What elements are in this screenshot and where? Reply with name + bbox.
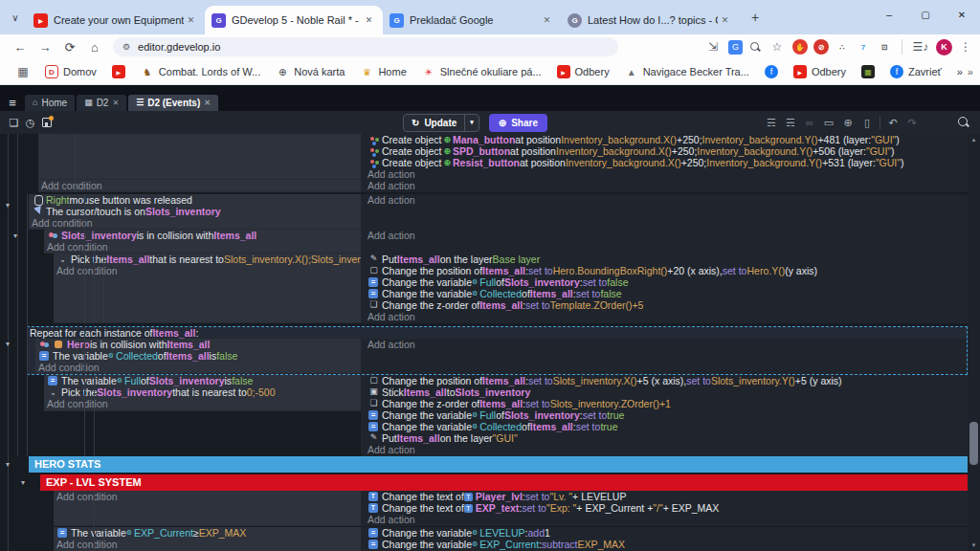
editor-tab-d2[interactable]: ▦D2✕ xyxy=(77,95,126,111)
link-events-icon[interactable]: ∞ xyxy=(803,117,816,128)
bookmark-item[interactable]: ▶ xyxy=(105,65,132,78)
maximize-button[interactable]: ▢ xyxy=(907,0,944,29)
event-action-row[interactable]: ❏Change the z-order of Items_all: set to… xyxy=(365,299,968,311)
save-icon[interactable] xyxy=(42,118,52,127)
event-condition-row[interactable]: Slots_inventory is in collision with Ite… xyxy=(44,230,361,241)
event-block[interactable]: Add conditionAdd action xyxy=(0,180,968,192)
event-block[interactable]: Create object ⊕Mana_button at position I… xyxy=(0,134,968,180)
event-condition-row[interactable]: Right mouse button was released xyxy=(29,194,361,206)
scroll-down-icon[interactable]: ▾ xyxy=(968,541,980,549)
browser-menu-icon[interactable]: ⋮ xyxy=(959,40,972,54)
tab-close-icon[interactable]: ✕ xyxy=(204,99,211,107)
bookmark-star-icon[interactable]: ☆ xyxy=(768,40,786,54)
add-condition-button[interactable]: Add condition xyxy=(54,265,361,276)
event-action-row[interactable]: Change the variable ⚙EXP_Current: subtra… xyxy=(365,539,968,550)
back-button[interactable]: ← xyxy=(8,40,33,55)
add-condition-button[interactable]: Add condition xyxy=(44,241,361,253)
bookmark-item[interactable]: ▲Navigace Becker Tra... xyxy=(618,65,756,78)
home-button[interactable]: ⌂ xyxy=(82,40,107,55)
add-action-button[interactable]: Add action xyxy=(365,311,968,322)
extensions-puzzle-icon[interactable]: ⊡ xyxy=(877,39,892,55)
add-action-button[interactable]: Add action xyxy=(365,194,968,206)
editor-tab-d2-events-[interactable]: ☰D2 (Events)✕ xyxy=(128,95,218,111)
event-action-row[interactable]: ▢Change the position of Items_all: set t… xyxy=(365,265,968,276)
browser-tab[interactable]: GGDevelop 5 - Noble Rail * - GD✕ xyxy=(205,6,383,34)
event-action-row[interactable]: Change the text of TEXP_text: set to "Ex… xyxy=(365,502,968,514)
address-bar[interactable]: ⚙ editor.gdevelop.io xyxy=(113,37,618,56)
bookmark-item[interactable]: ▶Odbery xyxy=(787,65,853,78)
event-action-row[interactable]: Change the text of TPlayer_lvl: set to "… xyxy=(365,491,968,502)
event-action-row[interactable]: Change the variable ⚙Full of Slots_inven… xyxy=(365,276,968,288)
search-events-icon[interactable] xyxy=(957,116,970,129)
bookmark-item[interactable]: ⊕Nová karta xyxy=(269,65,351,78)
vertical-scrollbar[interactable]: ▴ ▾ xyxy=(968,134,980,551)
seventv-icon[interactable]: 7 xyxy=(856,39,871,55)
update-dropdown-icon[interactable]: ▾ xyxy=(464,115,479,131)
add-comment-icon[interactable]: ▭ xyxy=(822,117,835,129)
bookmark-item[interactable]: ☀Slnečné okuliare pá... xyxy=(415,65,548,78)
browser-tab[interactable]: GLatest How do I...? topics - GDe✕ xyxy=(561,6,739,34)
group-header-bar[interactable]: HERO STATS xyxy=(29,456,968,473)
update-button[interactable]: ↻Update ▾ xyxy=(403,114,479,132)
bookmark-item[interactable]: ▶Odbery xyxy=(550,65,616,78)
repeat-header[interactable]: Repeat for each instance of Items_all : xyxy=(28,327,967,339)
add-action-button[interactable]: Add action xyxy=(365,339,967,350)
redo-icon[interactable]: ↷ xyxy=(905,117,919,129)
minimize-button[interactable]: – xyxy=(871,0,907,29)
zoom-icon[interactable] xyxy=(749,41,762,54)
browser-tab[interactable]: GPrekladač Google✕ xyxy=(383,6,561,34)
event-condition-row[interactable]: Hero is in collision with Items_all xyxy=(35,339,361,350)
event-block[interactable]: The variable ⚙Full of Slots_inventory is… xyxy=(0,375,968,456)
add-action-button[interactable]: Add action xyxy=(365,230,968,241)
close-window-button[interactable]: ✕ xyxy=(944,0,980,29)
browser-tab[interactable]: ▶Create your own Equipment Sys✕ xyxy=(27,6,205,34)
translate-icon[interactable]: G xyxy=(728,40,743,55)
scrollbar-thumb[interactable] xyxy=(969,422,978,465)
scroll-up-icon[interactable]: ▴ xyxy=(968,136,980,143)
event-action-row[interactable]: ❏Change the z-order of Items_all: set to… xyxy=(365,398,968,409)
add-event-icon[interactable]: ⊕ xyxy=(841,117,855,129)
adblock-icon[interactable]: ✋ xyxy=(792,39,808,55)
event-block[interactable]: The variable ⚙EXP_Current ≥ EXP_MAXAdd c… xyxy=(0,527,968,551)
event-action-row[interactable]: Change the variable ⚙Collected of Items_… xyxy=(365,421,968,432)
add-condition-button[interactable]: Add condition xyxy=(54,491,361,502)
forward-button[interactable]: → xyxy=(33,40,57,55)
event-condition-row[interactable]: The cursor/touch is on Slots_inventory xyxy=(29,206,361,217)
event-action-row[interactable]: ✎Put Items_all on the layer "GUI" xyxy=(365,432,968,444)
history-icon[interactable]: ◷ xyxy=(22,117,38,129)
bookmark-item[interactable]: ▦ xyxy=(10,65,36,78)
bookmark-item[interactable]: ♞Combat. Lords of W... xyxy=(134,65,267,78)
event-action-row[interactable]: ✎Put Items_all on the layer Base layer xyxy=(365,253,968,265)
tab-close-icon[interactable]: ✕ xyxy=(718,15,732,25)
undo-icon[interactable]: ↶ xyxy=(886,117,900,129)
add-condition-button[interactable]: Add condition xyxy=(38,180,361,191)
event-action-row[interactable]: ▣Stick Items_all to Slots_inventory xyxy=(365,386,968,398)
event-action-row[interactable]: Change the variable ⚙LEVELUP: add 1 xyxy=(365,527,968,539)
reload-button[interactable]: ⟳ xyxy=(57,40,82,55)
event-condition-row[interactable]: „Pick the Items_all that is nearest to S… xyxy=(54,253,361,265)
event-action-row[interactable]: Create object ⊕Mana_button at position I… xyxy=(365,134,968,145)
new-tab-button[interactable]: + xyxy=(745,7,766,28)
main-menu-icon[interactable]: ≡ xyxy=(2,96,23,110)
event-condition-row[interactable]: The variable ⚙Full of Slots_inventory is… xyxy=(44,375,361,386)
paws-icon[interactable]: ∴ xyxy=(835,39,850,55)
site-settings-icon[interactable]: ⚙ xyxy=(122,42,130,52)
profile-avatar[interactable]: K xyxy=(936,39,952,55)
editor-tab-home[interactable]: ⌂Home xyxy=(25,95,75,111)
event-action-row[interactable]: Change the variable ⚙Collected of Items_… xyxy=(365,288,968,299)
event-condition-row[interactable]: The variable ⚙Collected of Items_all is … xyxy=(35,350,361,362)
event-block[interactable]: Add conditionChange the text of TPlayer_… xyxy=(0,491,968,526)
bookmark-item[interactable]: ▦ xyxy=(855,65,881,78)
event-block[interactable]: „Pick the Items_all that is nearest to S… xyxy=(0,253,968,323)
tab-close-icon[interactable]: ✕ xyxy=(362,15,376,25)
bookmark-item[interactable]: »» xyxy=(950,66,980,77)
event-action-row[interactable]: ▢Change the position of Items_all: set t… xyxy=(365,375,968,386)
adguard-icon[interactable]: ⊘ xyxy=(813,39,829,55)
toggle-event-2-icon[interactable]: ☴ xyxy=(784,117,797,129)
bookmark-item[interactable]: f xyxy=(758,65,785,78)
events-structure-icon[interactable]: ❏ xyxy=(6,117,22,129)
tab-close-icon[interactable]: ✕ xyxy=(112,99,119,107)
tab-close-icon[interactable]: ✕ xyxy=(540,15,554,25)
share-button[interactable]: ⊕Share xyxy=(489,114,547,132)
add-condition-button[interactable]: Add condition xyxy=(29,217,361,229)
